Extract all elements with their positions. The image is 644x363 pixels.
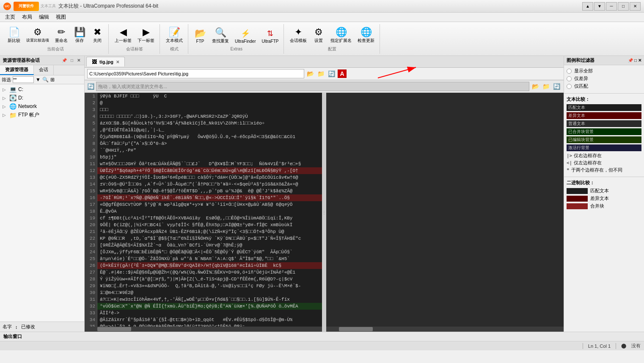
line-number: 17 [85,201,97,208]
tree-item-ftp[interactable]: ▷ 📁 FTP 帐户 [1,111,83,119]
left-highlight-btn[interactable]: A [338,69,346,78]
expand-c[interactable]: ▷ [3,87,8,92]
line-row: 3□□□ [85,106,322,113]
tree-item-network[interactable]: ▷ 🌐 Network [1,102,83,111]
ftp-label: FTP [196,39,204,44]
tree-item-c[interactable]: ▷ 💻 C: [1,85,83,94]
title-bar: UC 河蟹软件 文本工具 文本比较 - UltraCompare Profess… [0,0,644,13]
tab-close-btn[interactable]: ✕ [116,60,119,64]
right-hscroll[interactable] [326,327,564,332]
right-panel-float-btn[interactable]: □ [634,58,637,63]
line-code: â=µn\éïe)`Ê°□□@Ö-`ŽãÎÖNXÙ`pâ ω"'â N`NBAπ… [97,255,290,262]
panel-float-btn[interactable]: □ [69,58,74,63]
right-hscroll-thumb[interactable] [339,327,373,331]
minimize-btn[interactable]: ─ [606,2,617,11]
maximize-btn[interactable]: □ [618,2,629,11]
close-btn[interactable]: ✕ [630,2,641,11]
grid-view-icon[interactable]: ⊞ [50,77,55,83]
prev-tab-btn[interactable]: ◀ 上一标签 [112,26,134,45]
save-btn[interactable]: 💾 保存 [71,26,88,45]
left-hscroll-thumb[interactable] [97,327,131,331]
right-folder-browse-btn[interactable]: 📁 [542,82,550,91]
line-row: 24[ÕJXm„,ÿffyF6B□bÊïBÊ@Ñ*□ @Ö@Êã@Ü@□Ã<|«… [85,249,322,255]
tab-session[interactable]: 会话 [34,65,54,75]
line-code: «Ö@gfÊ@6SCV†ÙOP §°ÿ@`R wp³álg@q¥*+y>¥ ¥°… [97,201,292,208]
title-bar-controls: ▲ ▼ ─ □ ✕ [582,2,641,11]
close-doc-btn[interactable]: ✖ 关闭 [89,26,106,45]
menu-view[interactable]: 视图 [52,13,69,22]
expand-network[interactable]: ▷ [3,104,8,109]
left-editor-content[interactable]: 1ÿØÿà BJFIF □□□ ÿU C2@3□□□4□□□□□ □□□□□'.… [85,93,322,327]
left-file-path-input[interactable] [87,69,304,78]
binary-diff: 差异文本 [567,195,641,202]
legend-normal-text-bar: 普通文本 [567,120,641,127]
menu-edit[interactable]: 编辑 [36,13,52,22]
arrow-down-btn[interactable]: ▼ [594,2,605,11]
legend-edit-bg-bar: 已编辑块背景 [567,136,641,143]
tab-resource-manager[interactable]: 资源管理器 [0,65,34,75]
left-folder-open-btn[interactable]: 📂 [306,69,315,78]
ultraftp-label: UltraFTP [261,39,278,44]
right-editor-content[interactable] [326,93,564,327]
filter-input[interactable] [13,76,34,83]
left-sync-btn[interactable]: 🔄 [327,69,336,78]
right-folder-open-btn[interactable]: 📂 [531,82,540,91]
arrow-up-btn[interactable]: ▲ [582,2,593,11]
panel-pin-btn[interactable]: 📌 [61,58,68,63]
right-panel-pin-btn[interactable]: 📌 [628,58,633,63]
right-panel-close-btn[interactable]: ✕ [638,58,641,63]
left-file-path-bar: 📂 📁 🔄 A [85,68,564,80]
right-file-path-bar: 🔄 📂 📁 🔄 [85,80,564,93]
line-number: 22 [85,235,97,242]
tree-item-d[interactable]: ▷ 💽 D: [1,94,83,102]
legend-active-row-bar: 激活行背景 [567,144,641,151]
tab-tig-jpg[interactable]: 🖼 tig.jpg ✕ [86,57,125,67]
ftp-btn[interactable]: 📂 FTP [192,27,209,45]
expand-ftp[interactable]: ▷ [3,113,8,117]
filter-apply-icon[interactable]: 🔍 [42,77,49,83]
left-hscroll[interactable] [85,327,322,332]
new-compare-btn[interactable]: 📄 新比较 [5,26,23,45]
right-refresh-btn[interactable]: 🔄 [552,82,561,91]
text-mode-btn[interactable]: 📝 文本模式 [163,26,185,45]
menu-layout[interactable]: 布局 [19,13,36,22]
check-update-btn[interactable]: 🌐 检查更新 [355,26,377,45]
line-code: (Ö×kÊïÝ(gÃ!{²Ê`±+DQ¥"@M@□§ÊBV°d<QAÏê>/H†… [97,262,281,269]
expand-d[interactable]: ▷ [3,96,8,100]
find-dup-label: 查找重复 [212,38,229,44]
right-sync-icon[interactable]: 🔄 [87,83,94,90]
ultraftp-btn[interactable]: ⇅ UltraFTP [259,27,281,45]
line-number: 30 [85,289,97,296]
line-row: 35@Ö«>^|`§2-†,9 @Öÿ@9sBèãÊ@m§4Mrl@(ÿ†T?8… [85,323,322,327]
radio-diff-only[interactable]: 仅差异 [567,75,641,82]
line-code: ÙØÎZÿ³"$q6aph+4²ÝÖ`§B@ÎCãBÙEÎÖróg'#&`Cö□… [97,167,298,174]
line-code: -7GÎ`RÙR;¹`x?Ñ@.@Ñ@6Ñ`ïkÊ`.éBïâÑ5`Ñ□□,@«… [97,194,290,201]
right-file-path-input[interactable] [96,82,529,91]
left-folder-browse-btn[interactable]: 📁 [316,69,325,78]
radio-match-only[interactable]: 仅匹配 [567,83,641,89]
find-dup-btn[interactable]: 🔍 查找重复 [209,26,231,46]
radio-match-only-btn[interactable] [567,84,572,89]
settings-btn[interactable]: ⚙ 设置比较选项 [24,26,52,45]
radio-show-all-btn[interactable] [567,69,572,74]
radio-diff-only-btn[interactable] [567,76,572,81]
symbol-right: |> 仅右边框存在 [567,152,641,159]
assign-ext-btn[interactable]: 🌐 指定扩展名 [328,26,354,45]
line-code: ÿØÿà BJFIF □□□ ÿU C [97,93,167,100]
ultrafinder-btn[interactable]: ⚡ UltraFinder [232,27,258,45]
config-settings-btn[interactable]: ⚙ 设置 [310,26,327,45]
panel-sort-icon[interactable]: ↕ [15,324,18,330]
next-tab-btn[interactable]: ▶ 下一标签 [135,26,157,45]
line-number: 10 [85,154,97,161]
panel-close-btn[interactable]: ✕ [76,58,82,63]
radio-show-all[interactable]: 显示全部 [567,68,641,74]
right-panel-header: 图例和过滤器 📌 □ ✕ [564,56,644,65]
right-panel-title: 图例和过滤器 [567,57,594,64]
menu-home[interactable]: 主页 [2,13,19,22]
rename-btn[interactable]: ✏ 重命名 [52,26,70,45]
editor-divider[interactable]: ⋮ [322,93,326,332]
session-template-btn[interactable]: ✦ 会话模板 [287,26,309,45]
filter-icon[interactable]: ▼ [36,77,41,83]
text-mode-label: 文本模式 [166,38,183,44]
group-config-label: 配置 [328,46,336,52]
